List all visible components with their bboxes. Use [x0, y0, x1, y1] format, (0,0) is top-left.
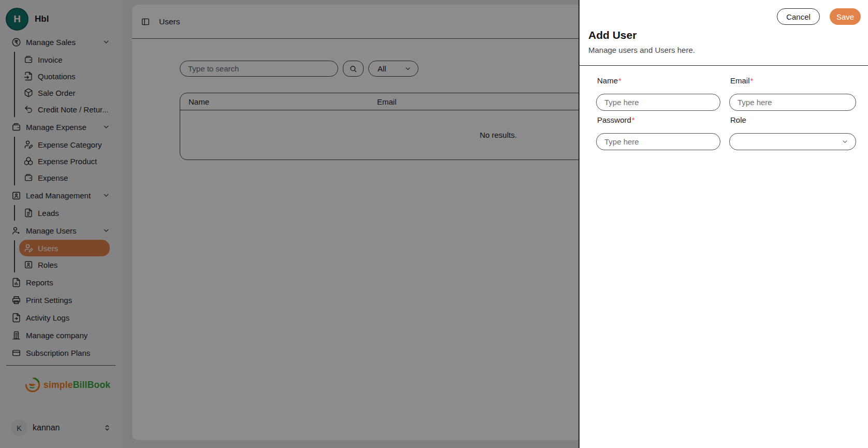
chevron-down-icon	[841, 138, 849, 146]
role-select[interactable]	[729, 133, 856, 150]
add-user-form: Name* Email* Password* Role	[580, 66, 868, 150]
password-field[interactable]	[596, 133, 720, 150]
cancel-button[interactable]: Cancel	[777, 8, 820, 25]
password-field-group: Password*	[596, 115, 720, 150]
drawer-title: Add User	[588, 28, 856, 42]
add-user-drawer: Cancel Save Add User Manage users and Us…	[578, 0, 868, 448]
save-button[interactable]: Save	[830, 8, 861, 25]
drawer-actions: Cancel Save	[777, 8, 861, 25]
email-label: Email	[730, 76, 750, 85]
drawer-subtitle: Manage users and Users here.	[588, 45, 856, 55]
email-field-group: Email*	[729, 76, 856, 111]
password-label: Password	[597, 115, 631, 124]
drawer-backdrop[interactable]	[0, 0, 578, 448]
name-field[interactable]	[596, 94, 720, 111]
role-field-group: Role	[729, 115, 856, 150]
email-field[interactable]	[729, 94, 856, 111]
required-asterisk: *	[632, 115, 635, 124]
name-field-group: Name*	[596, 76, 720, 111]
name-label: Name	[597, 76, 618, 85]
role-label: Role	[730, 115, 746, 124]
required-asterisk: *	[750, 76, 754, 85]
required-asterisk: *	[618, 76, 621, 85]
